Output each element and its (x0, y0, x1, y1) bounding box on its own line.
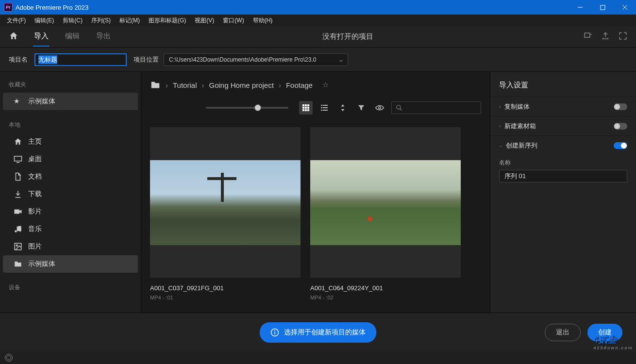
sidebar-item-sample-media-fav[interactable]: ★ 示例媒体 (3, 93, 138, 110)
project-bar: 项目名 项目位置 C:\Users\423Down\Documents\Adob… (0, 48, 636, 72)
svg-rect-4 (585, 33, 590, 37)
menu-markers[interactable]: 标记(M) (116, 16, 144, 26)
project-status: 没有打开的项目 (112, 32, 584, 41)
fullscreen-icon[interactable] (619, 32, 627, 42)
sidebar-item-downloads[interactable]: 下载 (3, 185, 138, 203)
search-input[interactable] (391, 101, 481, 114)
svg-point-32 (274, 330, 275, 331)
svg-rect-12 (302, 104, 304, 106)
create-button[interactable]: 创建 (587, 324, 622, 341)
menu-help[interactable]: 帮助(H) (249, 16, 277, 26)
svg-point-8 (15, 230, 17, 232)
workflow-nav: 导入 编辑 导出 没有打开的项目 (0, 26, 636, 48)
thumbnail-size-slider[interactable] (206, 107, 288, 109)
breadcrumb-item[interactable]: Tutorial (173, 81, 197, 89)
menu-window[interactable]: 窗口(W) (219, 16, 248, 26)
svg-point-9 (19, 230, 21, 232)
sidebar-item-sample-media[interactable]: 示例媒体 (3, 255, 138, 273)
download-icon (14, 190, 22, 199)
preview-toggle-button[interactable] (373, 101, 386, 115)
setting-copy-media[interactable]: ›复制媒体 (490, 97, 636, 116)
sort-button[interactable] (336, 101, 350, 115)
sidebar-item-label: 示例媒体 (28, 260, 55, 268)
clip-thumbnail[interactable] (150, 127, 301, 278)
svg-rect-15 (302, 107, 304, 109)
breadcrumb-item[interactable]: Footage (286, 81, 313, 89)
sidebar-item-pictures[interactable]: 图片 (3, 238, 138, 255)
svg-rect-16 (305, 107, 307, 109)
info-icon (270, 328, 279, 337)
window-titlebar: Pr Adobe Premiere Pro 2023 (0, 0, 636, 15)
footer: 选择用于创建新项目的媒体 退出 创建 (0, 313, 636, 351)
list-view-button[interactable] (318, 101, 331, 115)
project-name-input[interactable] (34, 53, 127, 66)
chevron-down-icon: ⌵ (499, 143, 502, 148)
svg-rect-13 (305, 104, 307, 106)
chevron-right-icon: › (201, 81, 204, 89)
share-icon[interactable] (601, 32, 610, 42)
clip-meta: MP4 - :01 (150, 295, 301, 300)
menu-edit[interactable]: 编辑(E) (31, 16, 58, 26)
sidebar-item-music[interactable]: 音乐 (3, 220, 138, 238)
svg-point-11 (16, 245, 17, 246)
menubar: 文件(F) 编辑(E) 剪辑(C) 序列(S) 标记(M) 图形和标题(G) 视… (0, 15, 636, 26)
menu-clip[interactable]: 剪辑(C) (59, 16, 86, 26)
video-icon (14, 207, 22, 216)
grid-view-button[interactable] (299, 101, 313, 115)
exit-button[interactable]: 退出 (545, 324, 581, 341)
sidebar-item-desktop[interactable]: 桌面 (3, 150, 138, 168)
svg-rect-23 (321, 107, 322, 108)
sidebar-item-home[interactable]: 主页 (3, 133, 138, 150)
tab-edit[interactable]: 编辑 (64, 27, 81, 47)
menu-sequence[interactable]: 序列(S) (87, 16, 115, 26)
svg-rect-1 (601, 5, 605, 10)
browser-toolbar (141, 98, 490, 117)
star-outline-icon[interactable]: ☆ (322, 81, 329, 89)
media-clip[interactable]: A001_C037_0921FG_001 MP4 - :01 (150, 127, 301, 300)
svg-line-29 (400, 109, 402, 111)
chevron-right-icon: › (279, 81, 281, 89)
project-location-label: 项目位置 (134, 55, 159, 64)
folder-icon[interactable] (150, 80, 161, 90)
toggle-create-sequence[interactable] (614, 142, 627, 149)
sidebar-favorites-header: 收藏夹 (0, 79, 141, 93)
project-location-value: C:\Users\423Down\Documents\Adobe\Premier… (169, 56, 316, 63)
svg-rect-25 (321, 110, 322, 111)
chevron-right-icon: › (499, 104, 501, 109)
close-button[interactable] (614, 0, 636, 15)
home-icon[interactable] (9, 31, 18, 43)
sequence-name-input[interactable] (499, 170, 627, 182)
desktop-icon (14, 155, 22, 164)
clip-thumbnail[interactable] (310, 127, 461, 278)
filter-button[interactable] (354, 101, 368, 115)
clip-name: A001_C064_09224Y_001 (310, 284, 461, 292)
svg-rect-14 (307, 104, 309, 106)
tab-export[interactable]: 导出 (95, 27, 112, 47)
setting-new-bin[interactable]: ›新建素材箱 (490, 116, 636, 135)
toggle-copy-media[interactable] (614, 103, 627, 110)
menu-graphics[interactable]: 图形和标题(G) (145, 16, 190, 26)
sidebar-item-documents[interactable]: 文档 (3, 168, 138, 185)
music-icon (14, 225, 22, 233)
chevron-down-icon: ⌵ (339, 56, 343, 63)
app-icon: Pr (4, 3, 13, 12)
media-clip[interactable]: A001_C064_09224Y_001 MP4 - :02 (310, 127, 461, 300)
quick-export-icon[interactable] (584, 32, 592, 42)
toggle-new-bin[interactable] (614, 123, 627, 130)
creative-cloud-icon[interactable] (5, 354, 13, 362)
setting-create-sequence[interactable]: ⌵创建新序列 (490, 135, 636, 155)
import-settings-panel: 导入设置 ›复制媒体 ›新建素材箱 ⌵创建新序列 名称 (490, 72, 636, 313)
svg-rect-18 (302, 109, 304, 111)
svg-rect-22 (323, 105, 328, 106)
menu-file[interactable]: 文件(F) (3, 16, 30, 26)
svg-rect-24 (323, 107, 328, 108)
maximize-button[interactable] (591, 0, 614, 15)
project-location-select[interactable]: C:\Users\423Down\Documents\Adobe\Premier… (164, 53, 348, 66)
menu-view[interactable]: 视图(V) (191, 16, 218, 26)
breadcrumb-item[interactable]: Going Home project (209, 81, 273, 89)
sidebar-local-header: 本地 (0, 119, 141, 133)
sidebar-item-videos[interactable]: 影片 (3, 203, 138, 220)
minimize-button[interactable] (569, 0, 591, 15)
image-icon (14, 242, 22, 251)
tab-import[interactable]: 导入 (33, 27, 50, 47)
